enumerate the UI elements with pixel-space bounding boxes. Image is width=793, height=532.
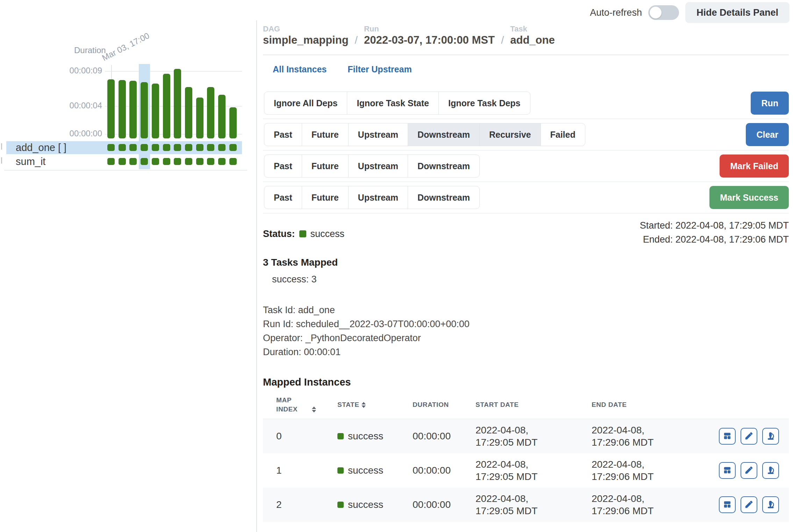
breadcrumb-value-run[interactable]: 2022-03-07, 17:00:00 MST [364,34,495,47]
duration-bar[interactable] [185,87,192,138]
button-downstream[interactable]: Downstream [408,186,480,209]
cell-end-date: 2022-04-08, 17:29:06 MDT [592,493,676,517]
instance-details-button[interactable] [719,428,736,445]
status-success-square-icon [299,230,306,237]
duration-bar[interactable] [218,95,226,138]
column-header-end-date: END DATE [592,400,707,409]
button-downstream[interactable]: Downstream [408,123,480,146]
task-run-square-success[interactable] [185,158,192,165]
button-past[interactable]: Past [264,154,302,178]
task-run-square-success[interactable] [196,144,203,151]
button-ignore-task-deps[interactable]: Ignore Task Deps [438,92,530,115]
column-header-map-index[interactable]: MAP INDEX [276,396,337,414]
instance-details-button[interactable] [719,462,736,479]
toggle-knob-icon [650,7,662,19]
duration-bar[interactable] [119,80,126,138]
duration-bar[interactable] [174,69,181,138]
task-run-square-success[interactable] [207,144,214,151]
instance-links: All InstancesFilter Upstream [273,64,789,74]
instance-details-button[interactable] [719,496,736,513]
task-run-square-success[interactable] [218,158,226,165]
mapped-instances-header: MAP INDEXSTATEDURATIONSTART DATEEND DATE [263,391,789,419]
breadcrumb-value-dag[interactable]: simple_mapping [263,34,349,47]
task-run-square-success[interactable] [107,144,115,151]
task-run-square-success[interactable] [119,158,126,165]
link-filter-upstream[interactable]: Filter Upstream [348,64,412,74]
y-axis-tick-label: 00:00:04 [38,101,102,110]
button-ignore-task-state[interactable]: Ignore Task State [347,92,439,115]
breadcrumb-separator: / [354,34,358,47]
task-row-label-sum-it[interactable]: sum_it [16,156,45,167]
task-run-square-success[interactable] [119,144,126,151]
task-run-square-success[interactable] [229,158,237,165]
task-run-square-success[interactable] [129,144,137,151]
task-run-square-success[interactable] [174,158,181,165]
y-axis-tick-label: 00:00:00 [38,129,102,138]
run-button[interactable]: Run [751,92,789,115]
duration-bar[interactable] [207,87,214,138]
task-run-square-success[interactable] [141,158,148,165]
task-run-square-success[interactable] [196,158,203,165]
button-upstream[interactable]: Upstream [348,154,408,178]
button-failed[interactable]: Failed [541,123,585,146]
cell-duration: 00:00:00 [413,431,476,442]
button-future[interactable]: Future [302,154,349,178]
column-header-start-date: START DATE [476,400,592,409]
column-header-state[interactable]: STATE [337,400,413,409]
task-run-square-success[interactable] [141,144,148,151]
instance-log-button[interactable] [762,462,779,479]
edit-pencil-icon [744,500,753,510]
state-value: success [348,465,383,476]
task-run-square-success[interactable] [229,144,237,151]
task-run-square-success[interactable] [152,158,159,165]
auto-refresh-toggle[interactable] [648,5,679,20]
instance-edit-button[interactable] [741,462,757,479]
button-recursive[interactable]: Recursive [479,123,541,146]
action-row-mark-success: PastFutureUpstreamDownstreamMark Success [263,186,789,209]
panel-divider[interactable] [256,20,257,532]
status-value: success [310,229,345,239]
task-run-square-success[interactable] [152,144,159,151]
button-upstream[interactable]: Upstream [348,123,408,146]
row-actions [707,462,789,479]
instance-log-button[interactable] [762,496,779,513]
duration-bar[interactable] [107,79,115,138]
column-header-duration: DURATION [413,400,476,409]
button-past[interactable]: Past [264,186,302,209]
duration-bar[interactable] [196,98,203,138]
task-run-square-success[interactable] [163,144,170,151]
button-upstream[interactable]: Upstream [348,186,408,209]
cell-start-date: 2022-04-08, 17:29:05 MDT [476,424,559,448]
instance-edit-button[interactable] [741,428,757,445]
button-ignore-all-deps[interactable]: Ignore All Deps [264,92,347,115]
grid-bottom-divider [4,170,247,171]
button-future[interactable]: Future [302,186,349,209]
task-run-square-success[interactable] [129,158,137,165]
cell-state: success [337,499,413,510]
mapped-instances-body: 0success00:00:002022-04-08, 17:29:05 MDT… [263,419,789,522]
task-run-square-success[interactable] [174,144,181,151]
status-row: Status: success Started: 2022-04-08, 17:… [263,218,789,246]
mark-failed-button[interactable]: Mark Failed [720,154,789,178]
button-group-mark-success: PastFutureUpstreamDownstream [264,186,480,209]
task-run-square-success[interactable] [218,144,226,151]
instance-log-button[interactable] [762,428,779,445]
task-run-square-success[interactable] [163,158,170,165]
instance-edit-button[interactable] [741,496,757,513]
button-past[interactable]: Past [264,123,302,146]
task-row-label-add-one[interactable]: add_one [ ] [16,142,66,153]
duration-bar[interactable] [152,84,159,138]
task-run-square-success[interactable] [207,158,214,165]
task-run-square-success[interactable] [107,158,115,165]
button-downstream[interactable]: Downstream [408,154,480,178]
mark-success-button[interactable]: Mark Success [709,186,789,209]
duration-bar[interactable] [229,107,237,138]
task-run-square-success[interactable] [185,144,192,151]
duration-bar[interactable] [129,81,137,138]
link-all-instances[interactable]: All Instances [273,64,327,74]
duration-bar[interactable] [163,74,170,138]
hide-details-panel-button[interactable]: Hide Details Panel [685,2,790,23]
clear-button[interactable]: Clear [746,123,789,146]
button-future[interactable]: Future [302,123,349,146]
duration-bar[interactable] [141,82,148,138]
